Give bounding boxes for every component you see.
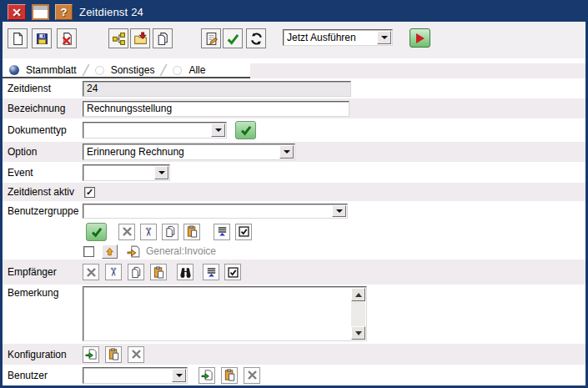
paste-icon	[153, 266, 165, 279]
copy-icon	[156, 32, 170, 46]
close-button[interactable]: ✕	[8, 4, 26, 20]
tab-stammblatt[interactable]: Stammblatt	[3, 63, 83, 77]
benutzergruppe-cut-button[interactable]: ✂	[140, 224, 157, 240]
confirm-button[interactable]	[223, 28, 243, 48]
benutzergruppe-remove-button[interactable]	[118, 224, 135, 240]
scroll-down-icon	[355, 331, 362, 335]
tab-label: Stammblatt	[26, 64, 77, 76]
bezeichnung-label: Bezeichnung	[3, 103, 83, 114]
new-document-button[interactable]	[8, 28, 28, 48]
empfaenger-copy-button[interactable]	[128, 264, 144, 280]
zeitdienst-input[interactable]	[83, 81, 351, 97]
dropdown-arrow-icon[interactable]	[172, 369, 186, 382]
tab-alle[interactable]: Alle	[166, 63, 212, 77]
row-option: Option Erinnerung Rechnung	[3, 142, 585, 162]
new-document-icon	[11, 32, 25, 46]
empfaenger-paste-button[interactable]	[150, 264, 167, 280]
row-empfaenger: Empfänger ✂	[3, 260, 585, 285]
move-up-button[interactable]	[102, 244, 118, 259]
binoculars-icon	[179, 266, 192, 279]
copy-icon	[130, 266, 143, 279]
row-dokumenttyp: Dokumenttyp	[3, 118, 585, 142]
zeitdienst-label: Zeitdienst	[3, 83, 83, 94]
zeitdienst-aktiv-checkbox[interactable]: ✓	[84, 187, 95, 198]
save-button[interactable]	[32, 28, 52, 48]
event-select[interactable]	[83, 164, 170, 181]
benutzergruppe-copy-button[interactable]	[162, 224, 178, 240]
window-title: Zeitdienst 24	[79, 6, 143, 18]
empfaenger-search-button[interactable]	[177, 264, 193, 280]
refresh-icon	[249, 32, 264, 46]
list-sort-icon	[216, 225, 229, 238]
edit-properties-button[interactable]	[201, 28, 221, 48]
dokumenttyp-value	[83, 123, 210, 138]
empfaenger-remove-button[interactable]	[83, 264, 99, 280]
option-select[interactable]: Erinnerung Rechnung	[83, 144, 295, 160]
window-icon	[33, 6, 48, 10]
copy-button[interactable]	[153, 28, 173, 48]
import-folder-button[interactable]	[130, 28, 150, 48]
paste-icon	[224, 369, 236, 381]
row-konfiguration: Konfiguration	[3, 344, 585, 365]
refresh-button[interactable]	[246, 28, 266, 48]
dropdown-arrow-icon[interactable]	[377, 31, 391, 44]
benutzergruppe-select-all-button[interactable]	[235, 224, 252, 240]
import-folder-icon	[133, 32, 148, 46]
tab-sonstiges[interactable]: Sonstiges	[88, 63, 162, 77]
benutzergruppe-value	[83, 204, 331, 218]
empfaenger-cut-button[interactable]: ✂	[105, 264, 122, 280]
bezeichnung-input[interactable]	[83, 101, 349, 117]
green-check-icon	[239, 123, 253, 137]
run-mode-select[interactable]: Jetzt Ausführen	[283, 29, 393, 46]
dropdown-arrow-icon[interactable]	[332, 205, 346, 217]
checked-box-icon	[238, 225, 250, 238]
konfiguration-remove-button[interactable]	[128, 346, 144, 363]
benutzer-select[interactable]	[83, 367, 188, 384]
x-icon	[121, 225, 133, 238]
delete-document-button[interactable]	[57, 28, 77, 48]
row-bezeichnung: Bezeichnung	[3, 98, 585, 118]
scroll-down-button[interactable]	[351, 326, 365, 340]
window-button[interactable]	[32, 4, 49, 20]
help-button[interactable]: ?	[55, 4, 73, 20]
dropdown-arrow-icon[interactable]	[279, 145, 294, 159]
row-benutzergruppe: Benutzergruppe	[3, 201, 585, 220]
empfaenger-list-button[interactable]	[203, 264, 219, 280]
benutzer-value	[83, 368, 171, 383]
konfiguration-paste-button[interactable]	[105, 346, 122, 363]
benutzer-remove-button[interactable]	[244, 367, 260, 384]
benutzer-paste-button[interactable]	[221, 367, 238, 384]
konfiguration-import-button[interactable]	[83, 346, 99, 363]
row-event: Event	[3, 162, 585, 183]
play-icon	[416, 33, 425, 43]
row-benutzergruppe-item: General:Invoice	[3, 243, 585, 260]
bemerkung-textarea[interactable]	[84, 288, 349, 340]
benutzergruppe-confirm-button[interactable]	[86, 223, 107, 241]
dropdown-arrow-icon[interactable]	[154, 166, 168, 179]
benutzer-import-button[interactable]	[199, 367, 215, 384]
bemerkung-scrollbar[interactable]	[351, 288, 365, 340]
tree-view-button[interactable]	[108, 28, 128, 48]
benutzer-label: Benutzer	[3, 370, 83, 381]
empfaenger-select-all-button[interactable]	[224, 264, 241, 280]
dokumenttyp-confirm-button[interactable]	[235, 121, 256, 139]
scroll-track[interactable]	[351, 301, 365, 326]
import-page-icon	[85, 348, 98, 360]
import-page-icon	[201, 369, 214, 381]
dropdown-arrow-icon[interactable]	[211, 123, 225, 137]
event-label: Event	[3, 167, 83, 179]
scroll-up-button[interactable]	[351, 288, 365, 301]
tabstrip: Stammblatt Sonstiges Alle	[3, 63, 585, 78]
benutzergruppe-select[interactable]	[83, 204, 348, 219]
dokumenttyp-label: Dokumenttyp	[3, 124, 83, 136]
empfaenger-label: Empfänger	[3, 266, 83, 278]
inactive-tab-icon	[173, 66, 182, 75]
toolbar: Jetzt Ausführen	[3, 22, 585, 58]
benutzergruppe-list-button[interactable]	[214, 224, 230, 240]
item-checkbox[interactable]	[83, 246, 94, 257]
run-now-button[interactable]	[410, 28, 430, 48]
dokumenttyp-select[interactable]	[83, 122, 227, 139]
benutzergruppe-paste-button[interactable]	[183, 224, 200, 240]
option-label: Option	[3, 146, 83, 158]
save-icon	[35, 32, 49, 46]
